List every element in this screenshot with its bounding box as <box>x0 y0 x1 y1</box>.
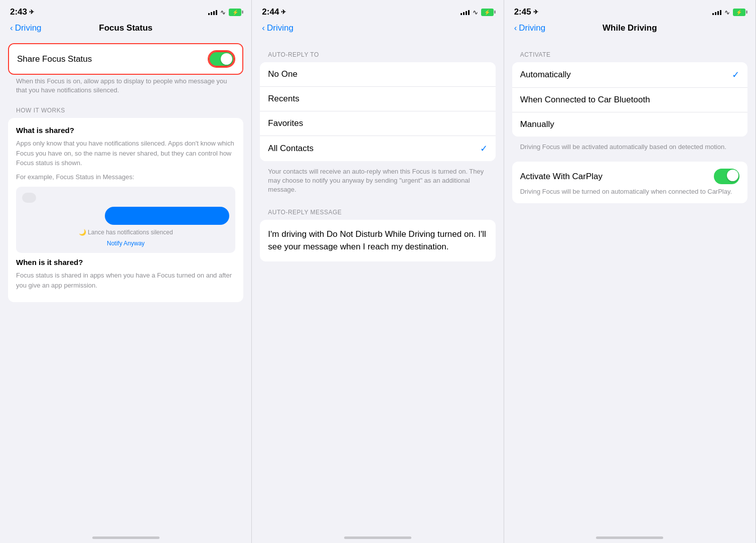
toggle-description: When this Focus is on, allow apps to dis… <box>8 77 243 101</box>
back-button-1[interactable]: ‹ Driving <box>10 23 42 33</box>
location-icon: ✈︎ <box>29 9 34 16</box>
status-icons-3: ∿ ⚡ <box>712 9 745 16</box>
signal-bar-3-4 <box>720 10 721 15</box>
panel-auto-reply: 2:44 ✈︎ ∿ ⚡ ‹ Driving AUTO-REPLY TO No O… <box>252 0 504 543</box>
activate-row-automatically[interactable]: Automatically ✓ <box>512 62 747 88</box>
carplay-label: Activate With CarPlay <box>520 172 602 182</box>
activate-label: ACTIVATE <box>520 51 747 58</box>
info-card-2-text: Focus status is shared in apps when you … <box>16 270 235 290</box>
back-button-2[interactable]: ‹ Driving <box>262 23 293 33</box>
content-1: Share Focus Status When this Focus is on… <box>0 39 251 526</box>
signal-bars-3 <box>712 9 721 15</box>
notify-anyway-button[interactable]: Notify Anyway <box>107 240 144 247</box>
home-bar-1 <box>92 536 160 539</box>
nav-bar-1: ‹ Driving Focus Status <box>0 21 251 39</box>
wifi-icon: ∿ <box>220 9 226 16</box>
moon-icon: 🌙 <box>79 229 86 236</box>
activate-description: Driving Focus will be activated automati… <box>512 141 747 158</box>
signal-bar-2-2 <box>463 12 465 15</box>
activate-row-manually[interactable]: Manually <box>512 112 747 137</box>
signal-bar-3-2 <box>715 12 716 15</box>
home-indicator-2 <box>252 526 503 543</box>
signal-bar-4 <box>216 10 217 15</box>
all-contacts-checkmark: ✓ <box>480 143 488 154</box>
activate-row-bluetooth[interactable]: When Connected to Car Bluetooth <box>512 88 747 112</box>
carplay-description: Driving Focus will be turned on automati… <box>520 187 739 196</box>
back-label-2: Driving <box>267 23 293 33</box>
location-icon-3: ✈︎ <box>533 9 538 16</box>
list-row-all-contacts[interactable]: All Contacts ✓ <box>260 136 495 161</box>
favorites-label: Favorites <box>268 118 303 128</box>
status-time-2: 2:44 ✈︎ <box>262 7 286 17</box>
signal-bar-2-1 <box>461 13 462 15</box>
time-display-3: 2:45 <box>514 7 531 17</box>
status-bar-1: 2:43 ✈︎ ∿ ⚡ <box>0 0 251 21</box>
received-bubble <box>22 193 36 203</box>
how-it-works-label: HOW IT WORKS <box>16 107 243 114</box>
home-bar-2 <box>344 536 411 539</box>
notifications-silenced-text: Lance has notifications silenced <box>88 229 173 236</box>
signal-bar-3-1 <box>712 13 714 15</box>
sent-bubble <box>105 207 229 225</box>
wifi-icon-2: ∿ <box>473 9 478 16</box>
bluetooth-label: When Connected to Car Bluetooth <box>520 95 650 105</box>
signal-bar-3-3 <box>717 11 719 15</box>
auto-reply-description: Your contacts will receive an auto-reply… <box>260 165 495 201</box>
list-row-recents[interactable]: Recents <box>260 87 495 111</box>
auto-reply-message-label: AUTO-REPLY MESSAGE <box>268 209 495 216</box>
nav-bar-3: ‹ Driving While Driving <box>504 21 755 39</box>
auto-reply-to-label: AUTO-REPLY TO <box>268 51 495 58</box>
automatically-label: Automatically <box>520 70 571 80</box>
all-contacts-label: All Contacts <box>268 144 314 154</box>
info-card-1-example: For example, Focus Status in Messages: <box>16 172 235 182</box>
share-focus-toggle-row[interactable]: Share Focus Status <box>9 44 242 74</box>
home-bar-3 <box>596 536 663 539</box>
back-label-3: Driving <box>519 23 545 33</box>
page-title-1: Focus Status <box>99 23 153 33</box>
battery-icon: ⚡ <box>229 9 241 16</box>
status-time-3: 2:45 ✈︎ <box>514 7 538 17</box>
auto-reply-message-box[interactable]: I'm driving with Do Not Disturb While Dr… <box>260 220 495 261</box>
signal-bar-2 <box>211 12 212 15</box>
status-time-1: 2:43 ✈︎ <box>10 7 34 17</box>
chevron-left-icon-2: ‹ <box>262 23 265 33</box>
signal-bar-1 <box>208 13 210 15</box>
info-card-2-title: When is it shared? <box>16 258 235 266</box>
content-2: AUTO-REPLY TO No One Recents Favorites A… <box>252 39 503 526</box>
status-icons-1: ∿ ⚡ <box>208 9 241 16</box>
page-title-3: While Driving <box>602 23 657 33</box>
wifi-icon-3: ∿ <box>724 9 730 16</box>
home-indicator-3 <box>504 526 755 543</box>
list-row-favorites[interactable]: Favorites <box>260 111 495 136</box>
location-icon-2: ✈︎ <box>281 9 286 16</box>
chevron-left-icon: ‹ <box>10 23 13 33</box>
toggle-label: Share Focus Status <box>17 54 92 64</box>
status-bar-2: 2:44 ✈︎ ∿ ⚡ <box>252 0 503 21</box>
status-icons-2: ∿ ⚡ <box>461 9 494 16</box>
info-card-1-text: Apps only know that you have notificatio… <box>16 139 235 168</box>
signal-bars <box>208 9 217 15</box>
automatically-checkmark: ✓ <box>732 69 739 80</box>
content-3: ACTIVATE Automatically ✓ When Connected … <box>504 39 755 526</box>
list-row-no-one[interactable]: No One <box>260 62 495 87</box>
battery-icon-3: ⚡ <box>733 9 745 16</box>
carplay-toggle[interactable] <box>714 169 739 184</box>
status-bar-3: 2:45 ✈︎ ∿ ⚡ <box>504 0 755 21</box>
share-focus-toggle[interactable] <box>209 51 234 67</box>
chevron-left-icon-3: ‹ <box>514 23 517 33</box>
manually-label: Manually <box>520 119 554 129</box>
signal-bar-2-4 <box>468 10 470 15</box>
toggle-card: Share Focus Status <box>8 43 243 75</box>
nav-bar-2: ‹ Driving <box>252 21 503 39</box>
auto-reply-list: No One Recents Favorites All Contacts ✓ <box>260 62 495 161</box>
panel-while-driving: 2:45 ✈︎ ∿ ⚡ ‹ Driving While Driving ACTI… <box>504 0 756 543</box>
info-card-1-title: What is shared? <box>16 126 235 134</box>
signal-bar-3 <box>213 11 215 15</box>
activate-list: Automatically ✓ When Connected to Car Bl… <box>512 62 747 137</box>
carplay-row: Activate With CarPlay <box>520 169 739 184</box>
back-button-3[interactable]: ‹ Driving <box>514 23 546 33</box>
notify-text: 🌙 Lance has notifications silenced <box>79 229 173 236</box>
panel-focus-status: 2:43 ✈︎ ∿ ⚡ ‹ Driving Focus Status Share… <box>0 0 252 543</box>
signal-bars-2 <box>461 9 470 15</box>
time-display-2: 2:44 <box>262 7 279 17</box>
